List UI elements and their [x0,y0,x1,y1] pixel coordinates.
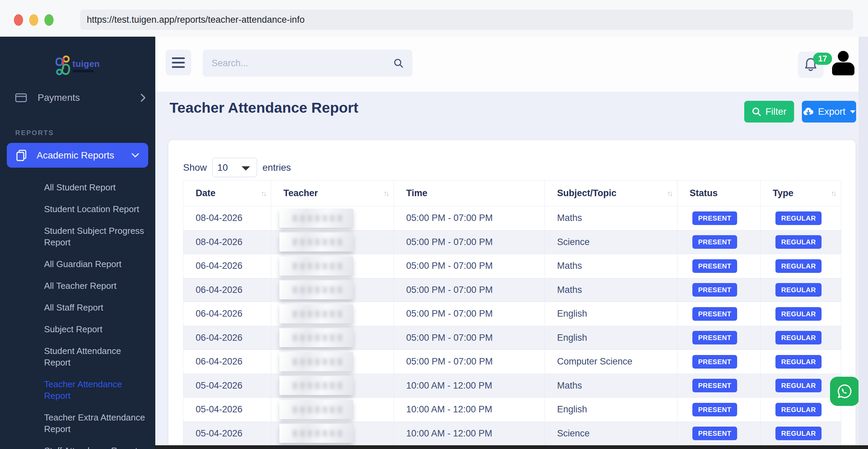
column-header-status: Status [677,181,761,206]
cell-time: 05:00 PM - 07:00 PM [394,278,545,302]
table-row[interactable]: 06-04-2026 05:00 PM - 07:00 PM English P… [183,326,841,350]
vertical-scrollbar-track[interactable] [859,37,868,449]
sidebar-submenu-item[interactable]: All Guardian Report [0,253,155,275]
export-button[interactable]: Export [802,101,856,123]
cell-time: 05:00 PM - 07:00 PM [394,254,545,278]
cell-subject: Maths [545,206,677,230]
cell-date: 05-04-2026 [183,374,271,398]
cell-date: 08-04-2026 [183,230,271,254]
sidebar-submenu-item[interactable]: All Student Report [0,176,155,198]
table-length-control: Show 10 entries [183,158,841,177]
page-size-select[interactable]: 10 [212,158,257,177]
sidebar-submenu-item[interactable]: All Staff Report [0,297,155,318]
logo-icon [56,54,71,77]
cell-time: 10:00 AM - 12:00 PM [394,422,545,446]
cell-subject: Computer Science [545,350,677,374]
cell-time: 10:00 AM - 12:00 PM [394,398,545,422]
sort-icon[interactable]: ↑↓ [383,189,388,198]
user-avatar[interactable] [832,50,854,77]
zoom-window-button[interactable] [44,14,54,26]
cell-teacher [271,254,394,278]
export-button-label: Export [818,106,846,117]
cell-teacher [271,278,394,302]
whatsapp-button[interactable] [830,377,859,406]
table-row[interactable]: 06-04-2026 05:00 PM - 07:00 PM English P… [183,302,841,326]
cell-teacher [271,374,394,398]
table-row[interactable]: 06-04-2026 05:00 PM - 07:00 PM Maths PRE… [183,278,841,302]
cell-time: 05:00 PM - 07:00 PM [394,326,545,350]
status-badge: PRESENT [692,355,737,369]
table-row[interactable]: 05-04-2026 10:00 AM - 12:00 PM English P… [183,398,841,422]
cell-teacher [271,398,394,422]
cell-type: REGULAR [761,206,841,230]
search-icon [752,107,761,116]
sidebar-submenu-item[interactable]: Subject Report [0,318,155,340]
cell-teacher [271,230,394,254]
column-header-type[interactable]: Type↑↓ [761,181,841,206]
table-row[interactable]: 06-04-2026 05:00 PM - 07:00 PM Computer … [183,350,841,374]
type-badge: REGULAR [775,403,822,416]
column-header-subject-topic[interactable]: Subject/Topic↑↓ [545,181,677,206]
sidebar-item-payments[interactable]: Payments [0,84,155,111]
sidebar-submenu-item[interactable]: Teacher Attendance Report [0,373,155,407]
app-logo[interactable]: tuigen [0,52,155,79]
cell-time: 10:00 AM - 12:00 PM [394,374,545,398]
cell-status: PRESENT [677,326,761,350]
caret-down-icon [850,110,855,113]
sidebar-item-academic-reports[interactable]: Academic Reports [7,143,148,168]
cell-status: PRESENT [677,350,761,374]
table-row[interactable]: 05-04-2026 10:00 AM - 12:00 PM Maths PRE… [183,374,841,398]
cell-teacher [271,326,394,350]
cell-status: PRESENT [677,230,761,254]
sidebar-submenu-item[interactable]: All Teacher Report [0,275,155,297]
show-label: Show [183,162,207,173]
sidebar-section-reports: REPORTS [15,129,155,137]
search-icon[interactable] [393,58,403,68]
horizontal-scrollbar[interactable] [154,445,868,449]
avatar-icon [838,51,849,62]
sidebar-submenu: All Student ReportStudent Location Repor… [0,176,155,449]
cell-subject: Maths [545,254,677,278]
column-header-date[interactable]: Date↑↓ [183,181,271,206]
status-badge: PRESENT [692,259,737,273]
logo-text: tuigen [73,59,100,68]
table-row[interactable]: 08-04-2026 05:00 PM - 07:00 PM Science P… [183,230,841,254]
sidebar-submenu-item[interactable]: Student Attendance Report [0,340,155,373]
cell-subject: Science [545,230,677,254]
sidebar-toggle-button[interactable] [165,50,191,75]
cell-type: REGULAR [761,302,841,326]
cell-status: PRESENT [677,422,761,446]
column-header-teacher[interactable]: Teacher↑↓ [271,181,394,206]
status-badge: PRESENT [692,235,737,249]
sort-icon[interactable]: ↑↓ [831,189,835,198]
cell-type: REGULAR [761,326,841,350]
documents-icon [16,149,28,162]
sidebar-submenu-item[interactable]: Student Subject Progress Report [0,220,155,253]
table-row[interactable]: 08-04-2026 05:00 PM - 07:00 PM Maths PRE… [183,206,841,230]
cell-date: 05-04-2026 [183,398,271,422]
table-row[interactable]: 06-04-2026 05:00 PM - 07:00 PM Maths PRE… [183,254,841,278]
type-badge: REGULAR [775,211,822,225]
type-badge: REGULAR [775,355,822,369]
cell-date: 06-04-2026 [183,254,271,278]
cell-status: PRESENT [677,278,761,302]
redacted-teacher-name [279,352,353,371]
search-input[interactable] [212,58,393,69]
browser-chrome: https://test.tuigen.app/reports/teacher-… [0,0,868,37]
address-bar[interactable]: https://test.tuigen.app/reports/teacher-… [80,10,853,30]
redacted-teacher-name [279,400,353,419]
cell-date: 06-04-2026 [183,326,271,350]
sort-icon[interactable]: ↑↓ [261,189,265,198]
sidebar-submenu-item[interactable]: Staff Attendance Report [0,440,155,449]
status-badge: PRESENT [692,211,737,225]
cell-subject: Maths [545,374,677,398]
table-row[interactable]: 05-04-2026 10:00 AM - 12:00 PM Science P… [183,422,841,446]
status-badge: PRESENT [692,331,737,344]
close-window-button[interactable] [14,14,23,26]
sidebar-submenu-item[interactable]: Student Location Report [0,198,155,220]
filter-button[interactable]: Filter [744,101,794,123]
notification-count-badge: 17 [813,53,832,65]
sort-icon[interactable]: ↑↓ [667,189,672,198]
minimize-window-button[interactable] [29,14,38,26]
sidebar-submenu-item[interactable]: Teacher Extra Attendance Report [0,407,155,440]
